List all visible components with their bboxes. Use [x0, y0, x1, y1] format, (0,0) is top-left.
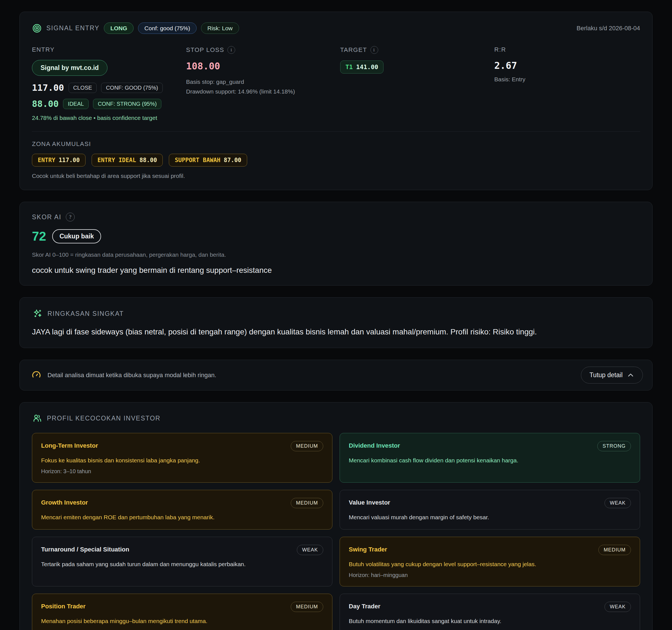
- profile-card-long-term-investor: Long-Term Investor MEDIUM Fokus ke kuali…: [32, 433, 332, 482]
- profile-card-dividend-investor: Dividend Investor STRONG Mencari kombina…: [340, 433, 640, 482]
- profil-title: PROFIL KECOCOKAN INVESTOR: [47, 414, 161, 422]
- close-price: 117.00: [32, 82, 64, 93]
- target-t1-value: 141.00: [356, 64, 378, 71]
- horizon-text: Horizon: hari–mingguan: [349, 572, 631, 578]
- score-row: 72 Cukup baik: [32, 229, 640, 244]
- skor-ai-header: SKOR AI ?: [32, 212, 640, 222]
- profile-card-turnaround: Turnaround / Special Situation WEAK Tert…: [32, 537, 332, 586]
- skor-ai-card: SKOR AI ? 72 Cukup baik Skor AI 0–100 = …: [20, 202, 652, 285]
- strength-badge: WEAK: [604, 602, 631, 612]
- target-label: TARGET: [340, 46, 367, 54]
- profile-card-value-investor: Value Investor WEAK Mencari valuasi mura…: [340, 490, 640, 530]
- ai-score-rating-pill: Cukup baik: [52, 229, 101, 244]
- ai-score-statement: cocok untuk swing trader yang bermain di…: [32, 266, 640, 275]
- stop-drawdown-text: Drawdown support: 14.96% (limit 14.18%): [186, 87, 332, 97]
- chevron-up-icon: [627, 372, 634, 379]
- ideal-chip: IDEAL: [63, 99, 89, 109]
- profil-investor-card: PROFIL KECOCOKAN INVESTOR Long-Term Inve…: [20, 402, 652, 630]
- target-info-icon[interactable]: i: [370, 46, 378, 54]
- direction-badge: LONG: [104, 23, 134, 34]
- entry-label: ENTRY: [32, 46, 178, 53]
- skor-ai-title: SKOR AI: [32, 213, 62, 221]
- detail-bar: Detail analisa dimuat ketika dibuka supa…: [20, 360, 652, 390]
- ideal-price: 88.00: [32, 99, 58, 109]
- close-chip: CLOSE: [69, 83, 97, 93]
- entry-note: 24.78% di bawah close • basis confidence…: [32, 115, 178, 121]
- stop-loss-value: 108.00: [186, 60, 332, 72]
- detail-bar-text: Detail analisa dimuat ketika dibuka supa…: [47, 372, 216, 379]
- ai-score-value: 72: [32, 229, 46, 244]
- target-column: TARGET i T1 141.00: [340, 46, 486, 121]
- signal-entry-title: SIGNAL ENTRY: [46, 24, 99, 32]
- profile-card-swing-trader: Swing Trader MEDIUM Butuh volatilitas ya…: [340, 537, 640, 586]
- stop-loss-column: STOP LOSS i 108.00 Basis stop: gap_guard…: [186, 46, 332, 121]
- zona-badges: ENTRY 117.00 ENTRY IDEAL 88.00 SUPPORT B…: [32, 154, 640, 167]
- ideal-price-row: 88.00 IDEAL CONF: STRONG (95%): [32, 99, 178, 109]
- target-icon: [32, 23, 42, 33]
- validity-text: Berlaku s/d 2026-08-04: [576, 25, 640, 32]
- strength-badge: MEDIUM: [291, 602, 323, 612]
- ringkasan-title: RINGKASAN SINGKAT: [47, 310, 124, 318]
- signal-entry-header: SIGNAL ENTRY LONG Conf: good (75%) Risk:…: [32, 23, 640, 34]
- stop-loss-label-row: STOP LOSS i: [186, 46, 332, 54]
- risk-badge: Risk: Low: [201, 23, 239, 34]
- signal-source-button[interactable]: Signal by mvt.co.id: [32, 60, 107, 76]
- ringkasan-text: JAYA lagi di fase sideways (bias netral,…: [32, 326, 640, 337]
- signal-entry-card: SIGNAL ENTRY LONG Conf: good (75%) Risk:…: [20, 12, 652, 190]
- strength-badge: STRONG: [597, 441, 631, 451]
- profil-grid: Long-Term Investor MEDIUM Fokus ke kuali…: [32, 433, 640, 630]
- gauge-icon: [31, 370, 42, 381]
- stop-loss-label: STOP LOSS: [186, 46, 224, 54]
- target-chip: T1 141.00: [340, 60, 383, 74]
- users-icon: [32, 413, 43, 424]
- zona-note: Cocok untuk beli bertahap di area suppor…: [32, 173, 640, 179]
- ringkasan-header: RINGKASAN SINGKAT: [32, 308, 640, 319]
- rr-label: R:R: [494, 46, 640, 53]
- ideal-conf-chip: CONF: STRONG (95%): [93, 99, 161, 109]
- strength-badge: WEAK: [297, 545, 323, 555]
- entry-column: ENTRY Signal by mvt.co.id 117.00 CLOSE C…: [32, 46, 178, 121]
- strength-badge: MEDIUM: [291, 498, 323, 508]
- signal-grid: ENTRY Signal by mvt.co.id 117.00 CLOSE C…: [32, 46, 640, 121]
- rr-basis: Basis: Entry: [494, 76, 640, 83]
- close-price-row: 117.00 CLOSE CONF: GOOD (75%): [32, 82, 178, 93]
- target-t1-label: T1: [345, 64, 353, 71]
- ringkasan-card: RINGKASAN SINGKAT JAYA lagi di fase side…: [20, 297, 652, 348]
- zona-akumulasi-section: ZONA AKUMULASI ENTRY 117.00 ENTRY IDEAL …: [32, 131, 640, 179]
- strength-badge: MEDIUM: [291, 441, 323, 451]
- zona-label: ZONA AKUMULASI: [32, 141, 640, 148]
- help-icon[interactable]: ?: [66, 212, 75, 222]
- rr-value: 2.67: [494, 60, 640, 71]
- page: SIGNAL ENTRY LONG Conf: good (75%) Risk:…: [0, 0, 672, 630]
- profile-card-growth-investor: Growth Investor MEDIUM Mencari emiten de…: [32, 490, 332, 530]
- ai-score-caption: Skor AI 0–100 = ringkasan data perusahaa…: [32, 251, 640, 258]
- rr-column: R:R 2.67 Basis: Entry: [494, 46, 640, 121]
- sparkles-icon: [32, 308, 43, 319]
- horizon-text: Horizon: 3–10 tahun: [41, 468, 323, 475]
- profil-header: PROFIL KECOCOKAN INVESTOR: [32, 413, 640, 424]
- zona-entry-ideal-badge: ENTRY IDEAL 88.00: [92, 154, 163, 167]
- zona-entry-badge: ENTRY 117.00: [32, 154, 86, 167]
- strength-badge: MEDIUM: [598, 545, 631, 555]
- stop-loss-info-icon[interactable]: i: [227, 46, 235, 54]
- target-label-row: TARGET i: [340, 46, 486, 54]
- profile-card-day-trader: Day Trader WEAK Butuh momentum dan likui…: [340, 594, 640, 630]
- profile-card-position-trader: Position Trader MEDIUM Menahan posisi be…: [32, 594, 332, 630]
- zona-support-badge: SUPPORT BAWAH 87.00: [169, 154, 247, 167]
- stop-basis-text: Basis stop: gap_guard: [186, 77, 332, 87]
- strength-badge: WEAK: [604, 498, 631, 508]
- confidence-badge: Conf: good (75%): [138, 23, 197, 34]
- tutup-detail-button[interactable]: Tutup detail: [581, 367, 643, 383]
- close-conf-chip: CONF: GOOD (75%): [101, 83, 163, 93]
